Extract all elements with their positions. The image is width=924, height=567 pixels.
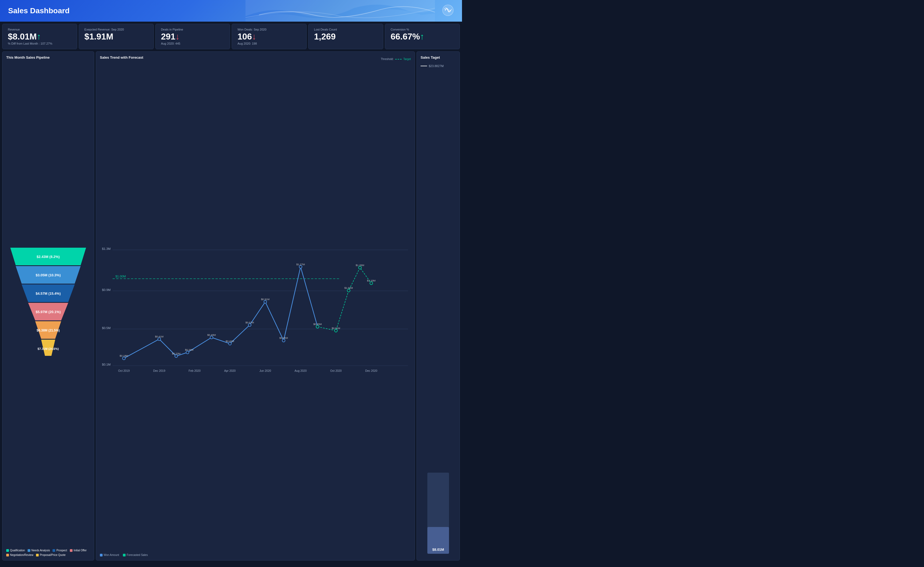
svg-text:$0.9M: $0.9M bbox=[102, 288, 111, 291]
svg-text:$0.42M: $0.42M bbox=[226, 340, 234, 343]
svg-text:$0.67M: $0.67M bbox=[245, 321, 254, 324]
header-title: Sales Dashboard bbox=[8, 6, 69, 15]
svg-text:$6.38M (21.5%): $6.38M (21.5%) bbox=[36, 328, 60, 332]
legend-qualification: Qualification bbox=[6, 549, 25, 552]
svg-point-34 bbox=[186, 351, 189, 354]
svg-point-54 bbox=[334, 329, 337, 332]
legend-initial-offer: Initial Offer bbox=[70, 549, 87, 552]
svg-text:Oct 2020: Oct 2020 bbox=[330, 369, 342, 372]
svg-point-39 bbox=[282, 339, 285, 342]
kpi-won-deals: Won Deals: Sep 2020 106↓ Aug 2020: 198 bbox=[232, 24, 307, 49]
header: Sales Dashboard bbox=[0, 0, 462, 22]
legend-negotiation: Negotiation/Review bbox=[6, 554, 33, 556]
funnel-panel: This Month Sales Pipeline $2.43M (8.2%) … bbox=[2, 51, 94, 561]
kpi-revenue: Revenue $8.01M↑ % Diff from Last Month :… bbox=[2, 24, 77, 49]
svg-text:Jun 2020: Jun 2020 bbox=[260, 369, 271, 372]
svg-point-56 bbox=[359, 266, 361, 269]
kpi-conversion-value: 66.67%↑ bbox=[391, 32, 454, 41]
svg-point-38 bbox=[264, 300, 266, 303]
svg-text:$0.1M: $0.1M bbox=[102, 363, 111, 366]
svg-text:Apr 2020: Apr 2020 bbox=[224, 369, 236, 372]
kpi-won-value: 106↓ bbox=[237, 32, 301, 41]
kpi-row: Revenue $8.01M↑ % Diff from Last Month :… bbox=[0, 22, 462, 51]
svg-text:$1.10M: $1.10M bbox=[367, 279, 375, 282]
svg-text:$0.49M: $0.49M bbox=[207, 333, 216, 336]
target-bar-value: $8.01M bbox=[432, 548, 444, 552]
svg-text:$1.02M: $1.02M bbox=[345, 286, 353, 290]
threshold-label: Threshold: Target bbox=[381, 58, 411, 61]
svg-text:$0.41M: $0.41M bbox=[155, 335, 164, 338]
svg-point-37 bbox=[248, 324, 251, 326]
header-wave bbox=[245, 0, 435, 22]
svg-text:$1.27M: $1.27M bbox=[296, 263, 305, 266]
kpi-deals-pipeline: Deals in Pipeline 291↓ Aug 2020: 445 bbox=[155, 24, 230, 49]
svg-text:Feb 2020: Feb 2020 bbox=[189, 369, 200, 372]
legend-proposal: Proposal/Price Quote bbox=[36, 554, 66, 556]
target-line-icon bbox=[421, 66, 427, 66]
svg-text:$1.26M: $1.26M bbox=[356, 264, 364, 267]
svg-text:$0.61M: $0.61M bbox=[332, 327, 340, 330]
svg-text:$0.45M: $0.45M bbox=[279, 336, 288, 339]
svg-text:$0.18M: $0.18M bbox=[120, 354, 128, 357]
legend-won-amount: Won Amount bbox=[100, 554, 119, 556]
svg-text:$0.22M: $0.22M bbox=[172, 352, 180, 355]
kpi-expected-revenue: Exepcted Revenue: Sep 2020 $1.91M bbox=[79, 24, 154, 49]
svg-text:Dec 2020: Dec 2020 bbox=[365, 369, 377, 372]
svg-point-40 bbox=[299, 266, 302, 268]
chart-header: Sales Trend with Forecast Threshold: Tar… bbox=[100, 56, 411, 63]
funnel-svg: $2.43M (8.2%) $3.05M (10.3%) $4.57M (15.… bbox=[8, 248, 89, 361]
funnel-legend: Qualification Needs Analysis Prospect In… bbox=[6, 549, 90, 556]
svg-point-32 bbox=[158, 338, 161, 340]
svg-point-53 bbox=[316, 325, 319, 328]
target-line-indicator: $23.8827M bbox=[421, 64, 456, 68]
line-chart-svg: $1.3M $0.9M $0.5M $0.1M $1.00M Oct 2019 … bbox=[100, 65, 411, 554]
svg-text:$7.31M (24.6%): $7.31M (24.6%) bbox=[38, 347, 59, 350]
svg-text:Oct 2019: Oct 2019 bbox=[118, 369, 130, 372]
legend-needs-analysis: Needs Analysis bbox=[28, 549, 50, 552]
svg-text:$0.26M: $0.26M bbox=[185, 348, 193, 351]
target-panel: Sales Taget $23.8827M $8.01M bbox=[417, 51, 460, 561]
kpi-deals-value: 291↓ bbox=[161, 32, 225, 41]
legend-forecasted-sales: Forecasted Sales bbox=[123, 554, 148, 556]
target-bar-track: $8.01M bbox=[427, 472, 449, 554]
svg-point-57 bbox=[370, 282, 373, 285]
chart-title: Sales Trend with Forecast bbox=[100, 56, 143, 60]
svg-text:$2.43M (8.2%): $2.43M (8.2%) bbox=[36, 255, 60, 259]
svg-text:$1.00M: $1.00M bbox=[115, 275, 126, 278]
threshold-line-icon bbox=[395, 59, 402, 60]
svg-text:Aug 2020: Aug 2020 bbox=[295, 369, 307, 372]
target-title: Sales Taget bbox=[421, 56, 456, 60]
svg-text:$4.57M (15.4%): $4.57M (15.4%) bbox=[36, 291, 61, 296]
legend-prospect: Prospect bbox=[53, 549, 67, 552]
svg-text:$0.5M: $0.5M bbox=[102, 326, 111, 330]
kpi-conversion: Conversion % 66.67%↑ bbox=[385, 24, 460, 49]
chart-legend: Won Amount Forecasted Sales bbox=[100, 554, 411, 556]
svg-point-36 bbox=[229, 342, 231, 345]
svg-point-31 bbox=[123, 357, 125, 360]
svg-point-35 bbox=[210, 336, 213, 339]
svg-text:$1.3M: $1.3M bbox=[102, 247, 111, 250]
svg-point-55 bbox=[347, 289, 350, 292]
target-bar-container: $8.01M bbox=[421, 68, 456, 556]
svg-text:$3.05M (10.3%): $3.05M (10.3%) bbox=[36, 273, 61, 277]
svg-text:Dec 2019: Dec 2019 bbox=[153, 369, 166, 372]
app-logo bbox=[442, 4, 454, 17]
main-content: This Month Sales Pipeline $2.43M (8.2%) … bbox=[0, 51, 462, 562]
funnel-chart: $2.43M (8.2%) $3.05M (10.3%) $4.57M (15.… bbox=[6, 63, 90, 546]
kpi-lost-deals: Lost Deals Count 1,269 bbox=[308, 24, 383, 49]
chart-panel: Sales Trend with Forecast Threshold: Tar… bbox=[96, 51, 415, 561]
chart-area: $1.3M $0.9M $0.5M $0.1M $1.00M Oct 2019 … bbox=[100, 65, 411, 554]
svg-point-33 bbox=[175, 355, 178, 357]
kpi-revenue-value: $8.01M↑ bbox=[8, 32, 71, 41]
svg-text:$0.91M: $0.91M bbox=[261, 298, 269, 301]
funnel-title: This Month Sales Pipeline bbox=[6, 56, 90, 60]
svg-text:$5.97M (20.1%): $5.97M (20.1%) bbox=[36, 310, 61, 314]
